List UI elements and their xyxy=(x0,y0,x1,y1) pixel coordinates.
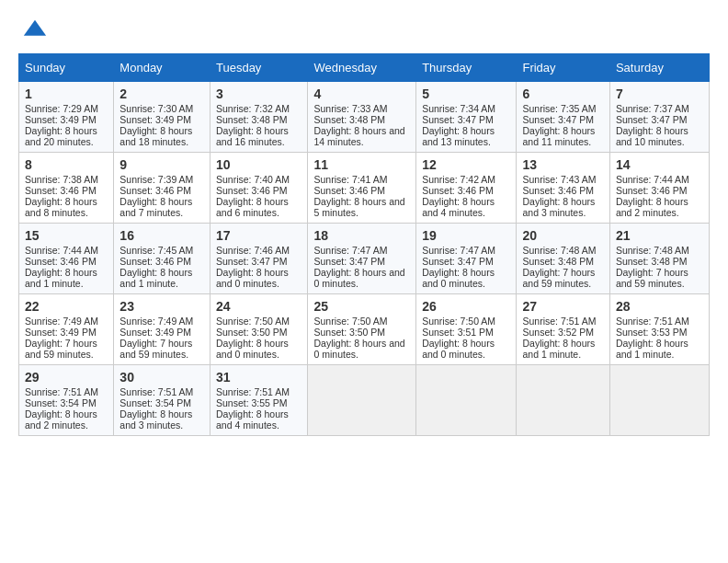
calendar-cell: 20Sunrise: 7:48 AMSunset: 3:48 PMDayligh… xyxy=(517,224,609,294)
logo-icon xyxy=(22,18,48,44)
day-number: 10 xyxy=(216,157,301,172)
daylight-text: Daylight: 8 hours and 1 minute. xyxy=(25,267,108,289)
daylight-text: Daylight: 8 hours and 14 minutes. xyxy=(313,125,410,147)
daylight-text: Daylight: 8 hours and 4 minutes. xyxy=(422,196,510,218)
calendar-cell: 26Sunrise: 7:50 AMSunset: 3:51 PMDayligh… xyxy=(416,294,517,365)
sunset-text: Sunset: 3:46 PM xyxy=(422,185,510,196)
sunrise-text: Sunrise: 7:51 AM xyxy=(522,316,603,327)
day-number: 21 xyxy=(616,228,703,243)
calendar-cell: 22Sunrise: 7:49 AMSunset: 3:49 PMDayligh… xyxy=(19,294,114,365)
sunset-text: Sunset: 3:48 PM xyxy=(616,256,703,267)
sunset-text: Sunset: 3:46 PM xyxy=(522,185,603,196)
calendar-cell xyxy=(308,365,416,436)
sunset-text: Sunset: 3:46 PM xyxy=(25,185,108,196)
daylight-text: Daylight: 8 hours and 11 minutes. xyxy=(522,125,603,147)
sunrise-text: Sunrise: 7:48 AM xyxy=(522,245,603,256)
calendar-cell: 16Sunrise: 7:45 AMSunset: 3:46 PMDayligh… xyxy=(114,224,210,294)
day-number: 13 xyxy=(522,157,603,172)
calendar-cell: 28Sunrise: 7:51 AMSunset: 3:53 PMDayligh… xyxy=(609,294,709,365)
sunset-text: Sunset: 3:46 PM xyxy=(616,185,703,196)
sunset-text: Sunset: 3:49 PM xyxy=(25,327,108,338)
calendar-cell: 13Sunrise: 7:43 AMSunset: 3:46 PMDayligh… xyxy=(517,153,609,224)
day-number: 29 xyxy=(25,370,108,385)
sunset-text: Sunset: 3:47 PM xyxy=(422,114,510,125)
day-number: 3 xyxy=(216,86,301,101)
sunrise-text: Sunrise: 7:39 AM xyxy=(119,174,204,185)
daylight-text: Daylight: 8 hours and 3 minutes. xyxy=(522,196,603,218)
daylight-text: Daylight: 8 hours and 13 minutes. xyxy=(422,125,510,147)
daylight-text: Daylight: 8 hours and 0 minutes. xyxy=(422,338,510,360)
calendar-cell: 5Sunrise: 7:34 AMSunset: 3:47 PMDaylight… xyxy=(416,82,517,153)
calendar-cell: 25Sunrise: 7:50 AMSunset: 3:50 PMDayligh… xyxy=(308,294,416,365)
daylight-text: Daylight: 8 hours and 8 minutes. xyxy=(25,196,108,218)
day-number: 6 xyxy=(522,86,603,101)
calendar-cell: 15Sunrise: 7:44 AMSunset: 3:46 PMDayligh… xyxy=(19,224,114,294)
day-number: 7 xyxy=(616,86,703,101)
sunrise-text: Sunrise: 7:41 AM xyxy=(313,174,410,185)
day-number: 1 xyxy=(25,86,108,101)
sunset-text: Sunset: 3:49 PM xyxy=(119,327,204,338)
daylight-text: Daylight: 7 hours and 59 minutes. xyxy=(616,267,703,289)
day-number: 24 xyxy=(216,299,301,314)
col-header-wednesday: Wednesday xyxy=(308,54,416,82)
sunrise-text: Sunrise: 7:30 AM xyxy=(119,103,204,114)
daylight-text: Daylight: 8 hours and 1 minute. xyxy=(522,338,603,360)
day-number: 22 xyxy=(25,299,108,314)
sunrise-text: Sunrise: 7:34 AM xyxy=(422,103,510,114)
calendar-cell: 2Sunrise: 7:30 AMSunset: 3:49 PMDaylight… xyxy=(114,82,210,153)
sunrise-text: Sunrise: 7:29 AM xyxy=(25,103,108,114)
sunset-text: Sunset: 3:47 PM xyxy=(522,114,603,125)
sunrise-text: Sunrise: 7:32 AM xyxy=(216,103,301,114)
sunrise-text: Sunrise: 7:51 AM xyxy=(25,386,108,397)
day-number: 2 xyxy=(119,86,204,101)
calendar-cell: 17Sunrise: 7:46 AMSunset: 3:47 PMDayligh… xyxy=(210,224,307,294)
sunset-text: Sunset: 3:54 PM xyxy=(25,397,108,408)
sunset-text: Sunset: 3:48 PM xyxy=(313,114,410,125)
day-number: 17 xyxy=(216,228,301,243)
sunrise-text: Sunrise: 7:49 AM xyxy=(119,316,204,327)
calendar-cell: 10Sunrise: 7:40 AMSunset: 3:46 PMDayligh… xyxy=(210,153,307,224)
sunset-text: Sunset: 3:54 PM xyxy=(119,397,204,408)
daylight-text: Daylight: 7 hours and 59 minutes. xyxy=(25,338,108,360)
sunset-text: Sunset: 3:46 PM xyxy=(313,185,410,196)
sunset-text: Sunset: 3:49 PM xyxy=(25,114,108,125)
sunset-text: Sunset: 3:51 PM xyxy=(422,327,510,338)
sunset-text: Sunset: 3:50 PM xyxy=(216,327,301,338)
sunset-text: Sunset: 3:48 PM xyxy=(216,114,301,125)
day-number: 14 xyxy=(616,157,703,172)
day-number: 8 xyxy=(25,157,108,172)
page-header xyxy=(18,15,710,44)
sunset-text: Sunset: 3:47 PM xyxy=(422,256,510,267)
daylight-text: Daylight: 8 hours and 18 minutes. xyxy=(119,125,204,147)
col-header-friday: Friday xyxy=(517,54,609,82)
calendar-cell: 7Sunrise: 7:37 AMSunset: 3:47 PMDaylight… xyxy=(609,82,709,153)
sunset-text: Sunset: 3:48 PM xyxy=(522,256,603,267)
sunrise-text: Sunrise: 7:44 AM xyxy=(25,245,108,256)
daylight-text: Daylight: 8 hours and 5 minutes. xyxy=(313,196,410,218)
calendar-cell: 3Sunrise: 7:32 AMSunset: 3:48 PMDaylight… xyxy=(210,82,307,153)
sunset-text: Sunset: 3:52 PM xyxy=(522,327,603,338)
day-number: 27 xyxy=(522,299,603,314)
daylight-text: Daylight: 8 hours and 10 minutes. xyxy=(616,125,703,147)
calendar-cell: 19Sunrise: 7:47 AMSunset: 3:47 PMDayligh… xyxy=(416,224,517,294)
calendar-cell: 21Sunrise: 7:48 AMSunset: 3:48 PMDayligh… xyxy=(609,224,709,294)
sunrise-text: Sunrise: 7:51 AM xyxy=(216,386,301,397)
daylight-text: Daylight: 8 hours and 0 minutes. xyxy=(422,267,510,289)
sunset-text: Sunset: 3:50 PM xyxy=(313,327,410,338)
sunrise-text: Sunrise: 7:35 AM xyxy=(522,103,603,114)
daylight-text: Daylight: 8 hours and 16 minutes. xyxy=(216,125,301,147)
sunset-text: Sunset: 3:46 PM xyxy=(119,256,204,267)
calendar-cell: 27Sunrise: 7:51 AMSunset: 3:52 PMDayligh… xyxy=(517,294,609,365)
sunset-text: Sunset: 3:47 PM xyxy=(616,114,703,125)
day-number: 18 xyxy=(313,228,410,243)
day-number: 9 xyxy=(119,157,204,172)
sunrise-text: Sunrise: 7:50 AM xyxy=(216,316,301,327)
day-number: 30 xyxy=(119,370,204,385)
calendar-cell: 24Sunrise: 7:50 AMSunset: 3:50 PMDayligh… xyxy=(210,294,307,365)
daylight-text: Daylight: 8 hours and 4 minutes. xyxy=(216,408,301,431)
calendar-cell: 6Sunrise: 7:35 AMSunset: 3:47 PMDaylight… xyxy=(517,82,609,153)
day-number: 26 xyxy=(422,299,510,314)
daylight-text: Daylight: 7 hours and 59 minutes. xyxy=(119,338,204,360)
calendar-cell: 23Sunrise: 7:49 AMSunset: 3:49 PMDayligh… xyxy=(114,294,210,365)
day-number: 31 xyxy=(216,370,301,385)
